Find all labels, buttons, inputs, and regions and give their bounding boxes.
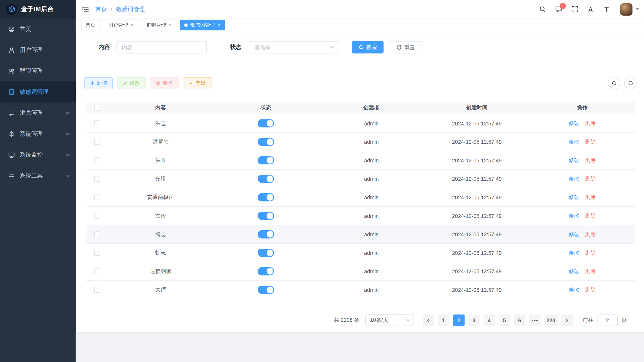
page-button[interactable]: 1 (438, 314, 449, 326)
row-checkbox[interactable] (94, 120, 100, 126)
layout-size-icon[interactable]: T (603, 6, 610, 13)
status-toggle[interactable] (258, 249, 274, 257)
col-header-created: 创建时间 (424, 104, 529, 111)
sidebar-item-system-tools[interactable]: 系统工具 (0, 165, 76, 186)
edit-link[interactable]: 修改 (569, 138, 580, 145)
edit-link[interactable]: 修改 (569, 175, 580, 183)
close-icon[interactable]: × (217, 22, 220, 28)
tab-home[interactable]: 首页 (81, 20, 100, 30)
delete-link[interactable]: 删除 (585, 120, 596, 127)
cell-created: 2024-12-05 12:57:49 (424, 287, 529, 293)
font-size-icon[interactable]: A (587, 6, 594, 13)
delete-link[interactable]: 删除 (585, 157, 596, 164)
content-input[interactable] (117, 41, 207, 54)
message-notification-icon[interactable]: 1 (555, 6, 562, 13)
row-checkbox[interactable] (94, 213, 100, 219)
tab-label: 用户管理 (108, 22, 128, 29)
sidebar-item-sensitive-words[interactable]: 敏感词管理 (0, 81, 76, 102)
sidebar-item-group-mgmt[interactable]: 群聊管理 (0, 60, 76, 81)
fullscreen-icon[interactable] (571, 6, 578, 13)
prev-page-button[interactable] (423, 314, 434, 326)
edit-button[interactable]: 修改 (117, 77, 145, 89)
status-toggle[interactable] (258, 267, 274, 276)
page-button[interactable]: 3 (468, 314, 480, 326)
caret-down-icon[interactable] (636, 8, 639, 10)
row-checkbox[interactable] (94, 287, 100, 293)
edit-link[interactable]: 修改 (569, 212, 580, 219)
col-header-creator: 创建者 (319, 104, 424, 111)
delete-link[interactable]: 删除 (585, 268, 596, 275)
goto-page-input[interactable] (597, 314, 618, 326)
row-checkbox[interactable] (94, 157, 100, 163)
sidebar-item-home[interactable]: 首页 (0, 19, 76, 39)
status-toggle[interactable] (258, 193, 274, 202)
edit-link[interactable]: 修改 (569, 157, 580, 164)
delete-link[interactable]: 删除 (585, 138, 596, 145)
delete-link[interactable]: 删除 (585, 194, 596, 201)
reset-button[interactable]: 重置 (390, 41, 422, 54)
next-page-button[interactable] (561, 314, 573, 326)
avatar[interactable] (620, 3, 632, 15)
sidebar-item-system-monitor[interactable]: 系统监控 (0, 144, 76, 165)
page-size-select[interactable]: 10条/页 (366, 314, 414, 326)
delete-link[interactable]: 删除 (585, 249, 596, 256)
sidebar-item-system-mgmt[interactable]: 系统管理 (0, 123, 76, 144)
page-button[interactable]: 220 (544, 314, 557, 326)
search-icon (358, 44, 364, 50)
breadcrumb-home[interactable]: 首页 (95, 6, 107, 13)
edit-link[interactable]: 修改 (569, 268, 580, 275)
background-strip (76, 332, 644, 362)
delete-link[interactable]: 删除 (585, 286, 596, 293)
row-checkbox[interactable] (94, 268, 100, 274)
chevron-down-icon (330, 45, 335, 50)
delete-link[interactable]: 删除 (585, 212, 596, 219)
status-toggle[interactable] (258, 212, 274, 220)
row-checkbox[interactable] (94, 139, 100, 145)
sidebar-item-message-mgmt[interactable]: 消息管理 (0, 102, 76, 123)
edit-link[interactable]: 修改 (569, 231, 580, 238)
tab-user-mgmt[interactable]: 用户管理 × (104, 20, 138, 30)
status-toggle[interactable] (258, 156, 274, 164)
row-checkbox[interactable] (94, 232, 100, 237)
select-all-checkbox[interactable] (94, 105, 100, 111)
table-body: 洪志 admin 2024-12-05 12:57:49 修改 删除 洪哲胜 a… (86, 114, 635, 299)
edit-link[interactable]: 修改 (569, 286, 580, 293)
status-toggle[interactable] (258, 138, 274, 146)
row-checkbox[interactable] (94, 250, 100, 256)
row-checkbox[interactable] (94, 176, 100, 182)
tab-sensitive-words[interactable]: 敏感词管理 × (180, 20, 225, 30)
edit-link[interactable]: 修改 (569, 120, 580, 127)
search-button[interactable]: 搜索 (352, 41, 384, 54)
page-button[interactable]: 5 (499, 314, 510, 326)
app-logo: 盒子IM后台 (0, 0, 76, 19)
edit-link[interactable]: 修改 (569, 194, 580, 201)
sidebar: 盒子IM后台 首页 用户管理 群聊管理 敏感词管理 消息管理 (0, 0, 76, 362)
refresh-table-button[interactable] (624, 77, 637, 89)
page-button[interactable]: 2 (453, 314, 465, 326)
status-toggle[interactable] (258, 175, 274, 183)
cell-created: 2024-12-05 12:57:49 (424, 139, 529, 145)
status-toggle[interactable] (258, 286, 274, 294)
status-toggle[interactable] (258, 230, 274, 239)
row-checkbox[interactable] (94, 194, 100, 200)
delete-button[interactable]: 删除 (150, 77, 178, 89)
sidebar-toggle-icon[interactable] (82, 6, 89, 13)
page-button[interactable]: 4 (483, 314, 495, 326)
close-icon[interactable]: × (130, 22, 133, 28)
export-button[interactable]: 导出 (183, 77, 211, 89)
add-button[interactable]: 新增 (84, 77, 113, 89)
search-icon[interactable] (539, 6, 546, 13)
status-select[interactable]: 请选择 (249, 41, 339, 54)
delete-link[interactable]: 删除 (585, 175, 596, 183)
page-more-button[interactable]: ••• (529, 314, 541, 326)
toggle-search-button[interactable] (608, 77, 620, 89)
layout-size-glyph: T (604, 6, 609, 13)
close-icon[interactable]: × (169, 22, 172, 28)
sidebar-item-user-mgmt[interactable]: 用户管理 (0, 39, 76, 60)
status-toggle[interactable] (258, 119, 274, 127)
page-button[interactable]: 6 (514, 314, 525, 326)
col-header-actions: 操作 (529, 104, 635, 111)
delete-link[interactable]: 删除 (585, 231, 596, 238)
tab-group-mgmt[interactable]: 群聊管理 × (142, 20, 176, 30)
edit-link[interactable]: 修改 (569, 249, 580, 256)
